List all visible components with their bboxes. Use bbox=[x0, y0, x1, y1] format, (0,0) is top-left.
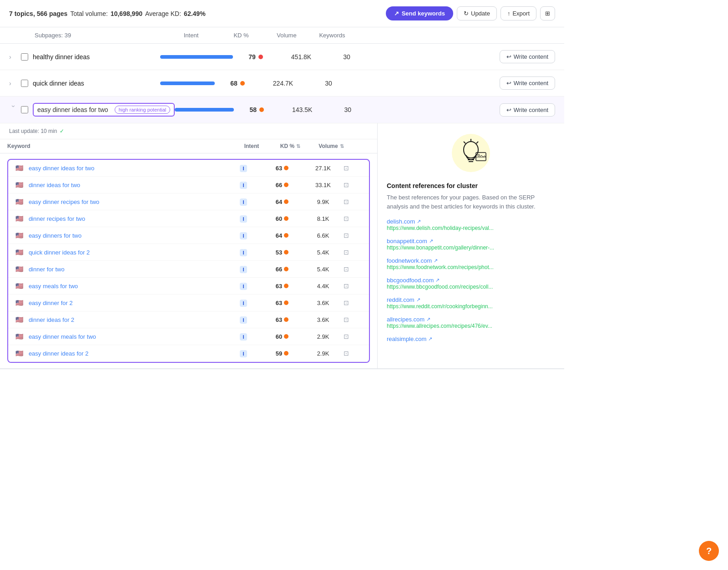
intent-bar-container bbox=[175, 108, 234, 112]
ref-domain-link[interactable]: delish.com ↗ bbox=[387, 218, 555, 225]
kw-intent: I bbox=[225, 164, 262, 172]
kw-volume: 3.6K bbox=[303, 300, 344, 306]
kw-kd: 64 bbox=[262, 198, 303, 205]
kd-value: 79 bbox=[248, 53, 256, 61]
expand-icon[interactable]: › bbox=[9, 53, 18, 61]
reference-item: allrecipes.com ↗ https://www.allrecipes.… bbox=[387, 316, 555, 329]
kw-link[interactable]: quick dinner ideas for 2 bbox=[29, 249, 90, 256]
kd-filter-icon[interactable]: ⇅ bbox=[296, 143, 300, 149]
kw-link[interactable]: dinner ideas for 2 bbox=[29, 316, 74, 323]
expanded-panel: Last update: 10 min ✓ Keyword Intent KD … bbox=[0, 123, 564, 369]
actions-cell: ↩ Write content bbox=[351, 76, 555, 90]
keywords-cell: 30 bbox=[324, 53, 369, 61]
reference-item: bbcgoodfood.com ↗ https://www.bbcgoodfoo… bbox=[387, 277, 555, 290]
kw-copy[interactable]: ⊡ bbox=[344, 265, 362, 273]
kd-value: 58 bbox=[249, 106, 257, 113]
kw-copy[interactable]: ⊡ bbox=[344, 282, 362, 290]
kw-link[interactable]: dinner for two bbox=[29, 266, 65, 273]
kw-link[interactable]: easy dinner ideas for 2 bbox=[29, 350, 89, 357]
topic-checkbox[interactable] bbox=[21, 53, 28, 61]
kw-kd: 64 bbox=[262, 232, 303, 239]
kw-intent: I bbox=[225, 350, 262, 357]
write-content-button[interactable]: ↩ Write content bbox=[500, 76, 555, 90]
kw-keyword: 🇺🇸 easy dinners for two bbox=[15, 232, 225, 239]
kw-copy[interactable]: ⊡ bbox=[344, 181, 362, 188]
write-content-button[interactable]: ↩ Write content bbox=[500, 103, 555, 117]
ref-domain-link[interactable]: reddit.com ↗ bbox=[387, 296, 555, 303]
ref-url: https://www.delish.com/holiday-recipes/v… bbox=[387, 225, 555, 231]
send-keywords-button[interactable]: ↗ Send keywords bbox=[386, 6, 453, 20]
kw-volume: 4.4K bbox=[303, 283, 344, 290]
topic-row: › quick dinner ideas 68 224.7K 30 ↩ Writ… bbox=[0, 70, 564, 97]
kw-keyword: 🇺🇸 easy dinner ideas for two bbox=[15, 164, 225, 172]
header-keywords: Keywords bbox=[309, 32, 355, 39]
topic-checkbox[interactable] bbox=[21, 106, 28, 113]
reference-item: bonappetit.com ↗ https://www.bonappetit.… bbox=[387, 238, 555, 251]
kd-cell: 68 bbox=[215, 80, 260, 87]
kw-copy[interactable]: ⊡ bbox=[344, 215, 362, 222]
kw-copy[interactable]: ⊡ bbox=[344, 164, 362, 172]
kw-header-intent: Intent bbox=[233, 143, 270, 149]
kw-kd: 63 bbox=[262, 283, 303, 290]
volume-cell: 224.7K bbox=[260, 80, 306, 87]
external-link-icon: ↗ bbox=[416, 297, 420, 303]
kw-copy[interactable]: ⊡ bbox=[344, 232, 362, 239]
kw-kd: 63 bbox=[262, 300, 303, 306]
topic-row-highlighted: › easy dinner ideas for two high ranking… bbox=[0, 97, 564, 123]
keyword-row: 🇺🇸 dinner for two I 66 5.4K ⊡ bbox=[8, 261, 369, 278]
top-bar-actions: ↗ Send keywords ↻ Update ↑ Export ⊞ bbox=[386, 6, 555, 20]
more-button[interactable]: ⊞ bbox=[540, 6, 555, 20]
kw-copy[interactable]: ⊡ bbox=[344, 198, 362, 205]
avg-kd-value: 62.49% bbox=[184, 10, 205, 17]
kw-volume: 2.9K bbox=[303, 333, 344, 340]
ref-domain-link[interactable]: bbcgoodfood.com ↗ bbox=[387, 277, 555, 284]
ref-url: https://www.foodnetwork.com/recipes/phot… bbox=[387, 264, 555, 270]
topic-checkbox[interactable] bbox=[21, 80, 28, 87]
illustration bbox=[387, 132, 555, 175]
ref-domain-link[interactable]: realsimple.com ↗ bbox=[387, 336, 555, 342]
ref-domain-link[interactable]: bonappetit.com ↗ bbox=[387, 238, 555, 244]
external-link-icon: ↗ bbox=[434, 258, 438, 264]
volume-cell: 143.5K bbox=[279, 106, 325, 113]
volume-filter-icon[interactable]: ⇅ bbox=[340, 143, 344, 149]
keywords-cell: 30 bbox=[306, 80, 351, 87]
kw-copy[interactable]: ⊡ bbox=[344, 350, 362, 357]
kw-link[interactable]: easy dinner for 2 bbox=[29, 300, 73, 306]
kw-keyword: 🇺🇸 easy meals for two bbox=[15, 282, 225, 290]
kw-link[interactable]: dinner ideas for two bbox=[29, 182, 80, 188]
kw-intent: I bbox=[225, 198, 262, 205]
kw-intent: I bbox=[225, 232, 262, 239]
kw-link[interactable]: dinner recipes for two bbox=[29, 215, 85, 222]
kw-link[interactable]: easy meals for two bbox=[29, 283, 78, 290]
export-button[interactable]: ↑ Export bbox=[500, 6, 536, 20]
topic-row: › healthy dinner ideas 79 451.8K 30 ↩ Wr… bbox=[0, 44, 564, 70]
keyword-row: 🇺🇸 easy dinner meals for two I 60 2.9K ⊡ bbox=[8, 328, 369, 345]
ref-domain-link[interactable]: foodnetwork.com ↗ bbox=[387, 257, 555, 264]
kw-copy[interactable]: ⊡ bbox=[344, 299, 362, 306]
external-link-icon: ↗ bbox=[428, 336, 432, 342]
flag-icon: 🇺🇸 bbox=[15, 198, 23, 205]
expand-icon[interactable]: › bbox=[10, 105, 17, 114]
kw-link[interactable]: easy dinner ideas for two bbox=[29, 165, 95, 172]
flag-icon: 🇺🇸 bbox=[15, 215, 23, 222]
write-content-button[interactable]: ↩ Write content bbox=[500, 50, 555, 63]
kw-kd: 60 bbox=[262, 333, 303, 340]
external-link-icon: ↗ bbox=[435, 277, 440, 283]
kw-link[interactable]: easy dinner meals for two bbox=[29, 333, 96, 340]
kw-copy[interactable]: ⊡ bbox=[344, 316, 362, 323]
flag-icon: 🇺🇸 bbox=[15, 299, 23, 306]
content-references-panel: Content references for cluster The best … bbox=[378, 123, 564, 368]
kw-intent: I bbox=[225, 282, 262, 290]
keyword-bordered-box: 🇺🇸 easy dinner ideas for two I 63 27.1K … bbox=[7, 159, 370, 363]
kw-keyword: 🇺🇸 easy dinner recipes for two bbox=[15, 198, 225, 205]
kw-link[interactable]: easy dinners for two bbox=[29, 232, 81, 239]
keywords-cell: 30 bbox=[325, 106, 370, 113]
send-icon: ↗ bbox=[394, 10, 399, 17]
update-button[interactable]: ↻ Update bbox=[457, 6, 497, 20]
kw-link[interactable]: easy dinner recipes for two bbox=[29, 198, 99, 205]
expand-icon[interactable]: › bbox=[9, 80, 18, 87]
table-header: Subpages: 39 Intent KD % Volume Keywords bbox=[0, 27, 564, 44]
ref-domain-link[interactable]: allrecipes.com ↗ bbox=[387, 316, 555, 323]
kw-copy[interactable]: ⊡ bbox=[344, 249, 362, 256]
kw-copy[interactable]: ⊡ bbox=[344, 333, 362, 340]
